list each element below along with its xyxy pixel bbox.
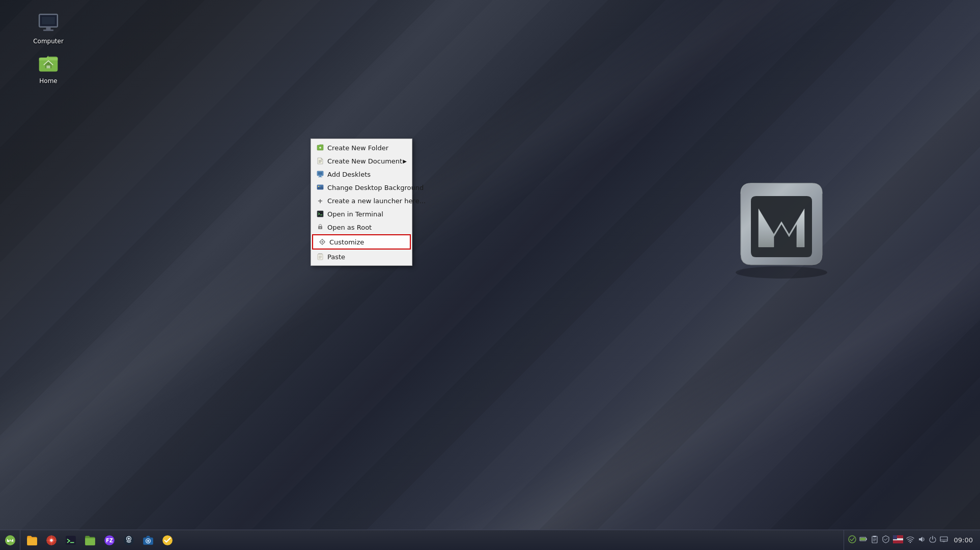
svg-point-6 [736,266,827,279]
svg-point-48 [147,539,149,541]
svg-rect-15 [318,177,322,177]
root-icon [316,223,324,231]
computer-icon [36,11,61,36]
tray-update-icon[interactable] [848,535,856,545]
tray-network-icon[interactable] [940,535,948,545]
menu-item-customize[interactable]: Customize [312,234,411,250]
svg-point-50 [849,536,856,543]
tray-volume-icon[interactable] [917,535,926,545]
menu-item-change-bg[interactable]: Change Desktop Background [311,181,412,194]
svg-rect-55 [873,536,876,537]
menu-item-paste[interactable]: Paste [311,250,412,263]
menu-item-open-root[interactable]: Open as Root [311,221,412,234]
submenu-arrow: ▶ [403,158,407,164]
menu-item-open-terminal[interactable]: Open in Terminal [311,207,412,221]
home-icon [36,51,61,75]
svg-rect-14 [319,176,321,177]
tray-language-icon[interactable] [893,535,903,545]
svg-rect-39 [66,536,76,544]
system-tray: 09:00 [844,530,980,550]
svg-point-64 [909,542,910,543]
desktop-icon-computer[interactable]: Computer [28,9,69,48]
menu-label-add-desklets: Add Desklets [327,171,371,178]
tray-battery-icon[interactable] [859,535,867,545]
svg-rect-4 [42,17,55,24]
taskbar-app-terminal[interactable] [62,532,80,548]
taskbar-app-filemanager[interactable] [81,532,99,548]
taskbar-app-browser-red[interactable] [42,532,61,548]
svg-rect-63 [893,535,897,539]
svg-rect-5 [46,66,50,69]
taskbar-clock[interactable]: 09:00 [951,536,976,544]
svg-text:FZ: FZ [106,538,113,543]
tray-clipboard-icon[interactable] [871,535,879,545]
menu-label-change-bg: Change Desktop Background [327,184,424,191]
desklet-icon [316,170,324,178]
menu-label-customize: Customize [329,238,364,246]
taskbar-app-filezilla[interactable]: FZ [100,532,119,548]
svg-point-45 [128,537,130,539]
desktop-icon-home[interactable]: Home [28,49,69,88]
context-menu: Create New Folder Create New Document ▶ [311,139,412,266]
svg-rect-13 [318,172,322,175]
menu-item-add-desklets[interactable]: Add Desklets [311,168,412,181]
tray-shield-icon[interactable] [882,535,890,545]
svg-rect-18 [317,211,323,217]
svg-point-17 [318,186,319,187]
taskbar-app-ticktick[interactable] [158,532,177,548]
terminal-icon [316,210,324,218]
menu-label-open-terminal: Open in Terminal [327,210,383,218]
svg-rect-52 [866,538,867,540]
menu-item-create-folder[interactable]: Create New Folder [311,141,412,154]
taskbar-app-camera[interactable] [139,532,157,548]
document-new-icon [316,157,324,165]
plus-icon: + [316,197,324,205]
menu-label-paste: Paste [327,253,345,261]
svg-rect-65 [940,537,947,541]
taskbar-app-steam[interactable] [120,532,138,548]
taskbar: FZ [0,530,980,550]
menu-label-create-folder: Create New Folder [327,144,388,152]
tray-wifi-icon[interactable] [906,535,914,545]
svg-rect-31 [318,254,323,260]
menu-label-create-launcher: Create a new launcher here... [327,197,426,205]
paste-icon [316,253,324,261]
menu-item-create-launcher[interactable]: + Create a new launcher here... [311,194,412,207]
background-icon [316,183,324,191]
menu-label-open-root: Open as Root [327,224,372,231]
svg-rect-62 [893,540,903,543]
menu-label-create-document: Create New Document [327,157,402,165]
taskbar-app-files[interactable] [23,532,41,548]
tray-power-icon[interactable] [929,535,937,545]
svg-rect-3 [43,30,53,31]
computer-label: Computer [33,38,64,46]
customize-icon [318,238,326,246]
mint-logo [725,163,837,280]
taskbar-apps: FZ [20,530,844,550]
menu-item-create-document[interactable]: Create New Document ▶ [311,154,412,168]
svg-point-25 [322,241,323,243]
folder-new-icon [316,144,324,152]
start-button[interactable] [0,530,20,551]
svg-rect-53 [860,538,865,540]
home-label: Home [39,77,57,86]
